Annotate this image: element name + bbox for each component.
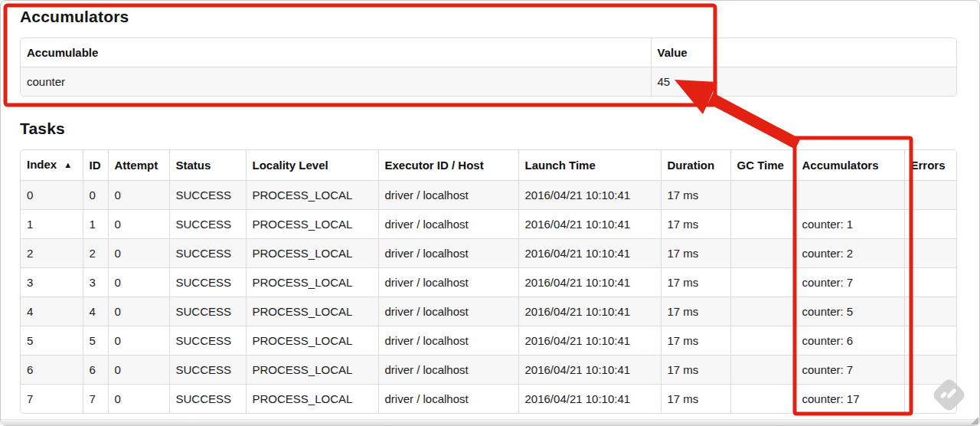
task-executor-cell: driver / localhost	[378, 268, 518, 297]
column-header-gc-time[interactable]: GC Time	[730, 150, 795, 181]
accumulators-table-body: counter 45	[21, 67, 957, 97]
task-launch-time-cell: 2016/04/21 10:10:41	[518, 356, 661, 385]
task-locality-cell: PROCESS_LOCAL	[246, 181, 378, 210]
task-status-cell: SUCCESS	[169, 268, 246, 297]
task-gc-time-cell	[730, 181, 795, 210]
sort-asc-icon: ▲	[64, 160, 72, 169]
task-duration-cell: 17 ms	[661, 181, 730, 210]
task-gc-time-cell	[730, 268, 795, 297]
task-id-cell: 5	[83, 326, 108, 356]
task-status-cell: SUCCESS	[169, 181, 246, 210]
task-attempt-cell: 0	[108, 181, 169, 210]
column-header-duration[interactable]: Duration	[661, 150, 730, 181]
column-header-errors[interactable]: Errors	[904, 150, 957, 181]
task-status-cell: SUCCESS	[169, 356, 246, 385]
task-attempt-cell: 0	[108, 385, 169, 414]
task-index-cell: 2	[21, 239, 83, 268]
task-duration-cell: 17 ms	[661, 239, 730, 268]
column-header-index-label: Index	[27, 158, 57, 171]
task-id-cell: 4	[83, 297, 108, 326]
task-launch-time-cell: 2016/04/21 10:10:41	[518, 326, 661, 356]
task-id-cell: 2	[83, 239, 108, 268]
accumulators-table: Accumulable Value counter 45	[20, 38, 957, 97]
task-index-cell: 1	[21, 210, 83, 239]
task-executor-cell: driver / localhost	[378, 239, 518, 268]
accumulators-section-title: Accumulators	[20, 1, 957, 26]
tasks-section-title: Tasks	[20, 120, 957, 138]
task-status-cell: SUCCESS	[169, 326, 246, 356]
task-errors-cell	[904, 268, 957, 297]
task-locality-cell: PROCESS_LOCAL	[246, 297, 378, 326]
task-status-cell: SUCCESS	[169, 297, 246, 326]
task-id-cell: 1	[83, 210, 108, 239]
column-header-id[interactable]: ID	[83, 150, 108, 181]
task-row: 5 5 0 SUCCESS PROCESS_LOCAL driver / loc…	[21, 326, 957, 356]
task-gc-time-cell	[730, 356, 795, 385]
task-locality-cell: PROCESS_LOCAL	[246, 210, 378, 239]
column-header-attempt[interactable]: Attempt	[108, 150, 169, 181]
task-launch-time-cell: 2016/04/21 10:10:41	[518, 210, 661, 239]
task-id-cell: 6	[83, 356, 108, 385]
task-row: 1 1 0 SUCCESS PROCESS_LOCAL driver / loc…	[21, 210, 957, 239]
task-duration-cell: 17 ms	[661, 326, 730, 356]
task-index-cell: 6	[21, 356, 83, 385]
column-header-accumulable[interactable]: Accumulable	[21, 38, 651, 67]
task-accumulators-cell	[795, 181, 904, 210]
task-executor-cell: driver / localhost	[378, 297, 518, 326]
task-accumulators-cell: counter: 6	[795, 326, 904, 356]
task-errors-cell	[904, 326, 957, 356]
task-gc-time-cell	[730, 210, 795, 239]
spark-ui-stage-page: Accumulators Accumulable Value counter 4…	[0, 0, 980, 426]
task-executor-cell: driver / localhost	[378, 210, 518, 239]
task-accumulators-cell: counter: 7	[795, 268, 904, 297]
task-gc-time-cell	[730, 326, 795, 356]
accumulable-value-cell: 45	[651, 67, 957, 97]
task-row: 4 4 0 SUCCESS PROCESS_LOCAL driver / loc…	[21, 297, 957, 326]
task-id-cell: 3	[83, 268, 108, 297]
task-id-cell: 0	[83, 181, 108, 210]
task-row: 6 6 0 SUCCESS PROCESS_LOCAL driver / loc…	[21, 356, 957, 385]
task-attempt-cell: 0	[108, 268, 169, 297]
task-attempt-cell: 0	[108, 297, 169, 326]
task-locality-cell: PROCESS_LOCAL	[246, 356, 378, 385]
task-errors-cell	[904, 297, 957, 326]
task-launch-time-cell: 2016/04/21 10:10:41	[518, 268, 661, 297]
column-header-launch-time[interactable]: Launch Time	[518, 150, 661, 181]
task-duration-cell: 17 ms	[661, 210, 730, 239]
task-attempt-cell: 0	[108, 326, 169, 356]
task-row: 2 2 0 SUCCESS PROCESS_LOCAL driver / loc…	[21, 239, 957, 268]
task-attempt-cell: 0	[108, 356, 169, 385]
task-accumulators-cell: counter: 1	[795, 210, 904, 239]
task-launch-time-cell: 2016/04/21 10:10:41	[518, 239, 661, 268]
task-launch-time-cell: 2016/04/21 10:10:41	[518, 181, 661, 210]
task-launch-time-cell: 2016/04/21 10:10:41	[518, 385, 661, 414]
task-locality-cell: PROCESS_LOCAL	[246, 268, 378, 297]
task-attempt-cell: 0	[108, 210, 169, 239]
task-launch-time-cell: 2016/04/21 10:10:41	[518, 297, 661, 326]
column-header-index[interactable]: Index▲	[21, 150, 83, 181]
task-executor-cell: driver / localhost	[378, 385, 518, 414]
task-status-cell: SUCCESS	[169, 239, 246, 268]
accumulators-header-row: Accumulable Value	[21, 38, 957, 67]
task-locality-cell: PROCESS_LOCAL	[246, 326, 378, 356]
column-header-value[interactable]: Value	[651, 38, 957, 67]
task-row: 0 0 0 SUCCESS PROCESS_LOCAL driver / loc…	[21, 181, 957, 210]
accumulable-name-cell: counter	[21, 67, 651, 97]
resize-grip-icon	[971, 417, 978, 424]
task-locality-cell: PROCESS_LOCAL	[246, 385, 378, 414]
task-duration-cell: 17 ms	[661, 268, 730, 297]
task-gc-time-cell	[730, 385, 795, 414]
task-accumulators-cell: counter: 17	[795, 385, 904, 414]
column-header-locality-level[interactable]: Locality Level	[246, 150, 378, 181]
task-index-cell: 3	[21, 268, 83, 297]
accumulator-row: counter 45	[21, 67, 957, 97]
task-duration-cell: 17 ms	[661, 356, 730, 385]
column-header-status[interactable]: Status	[169, 150, 246, 181]
task-index-cell: 5	[21, 326, 83, 356]
window-bottom-edge	[1, 419, 979, 425]
task-locality-cell: PROCESS_LOCAL	[246, 239, 378, 268]
column-header-executor-id-host[interactable]: Executor ID / Host	[378, 150, 518, 181]
task-accumulators-cell: counter: 5	[795, 297, 904, 326]
task-row: 3 3 0 SUCCESS PROCESS_LOCAL driver / loc…	[21, 268, 957, 297]
column-header-accumulators[interactable]: Accumulators	[795, 150, 904, 181]
